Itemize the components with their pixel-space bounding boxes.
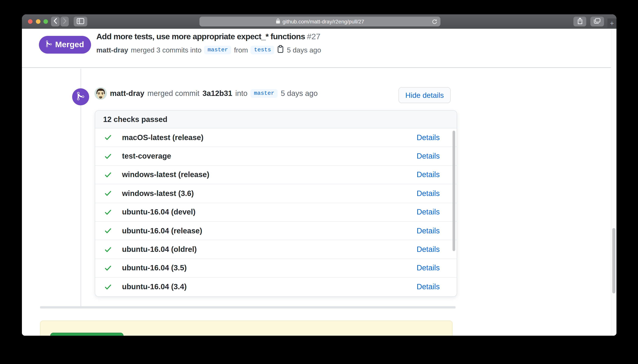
check-row: windows-latest (3.6) Details — [95, 184, 457, 203]
commit-time: 5 days ago — [281, 89, 318, 98]
url-text: github.com/matt-dray/r2eng/pull/27 — [283, 18, 364, 24]
zoom-window-button[interactable] — [44, 19, 48, 24]
address-bar[interactable]: github.com/matt-dray/r2eng/pull/27 — [199, 16, 440, 26]
check-success-icon — [104, 190, 112, 197]
commit-action-text: merged commit — [147, 89, 199, 98]
chevron-right-icon — [63, 18, 67, 25]
hide-details-button[interactable]: Hide details — [398, 87, 451, 103]
close-window-button[interactable] — [28, 19, 33, 24]
reload-button[interactable] — [431, 18, 437, 24]
commit-branch-label[interactable]: master — [250, 89, 278, 98]
check-details-link[interactable]: Details — [417, 189, 440, 198]
check-success-icon — [104, 283, 112, 291]
desktop-background: github.com/matt-dray/r2eng/pull/27 + — [0, 0, 638, 364]
check-name: ubuntu-16.04 (3.5) — [122, 264, 187, 272]
git-merge-icon — [77, 92, 84, 102]
lock-icon — [276, 18, 280, 25]
sidebar-toggle-button[interactable] — [74, 16, 87, 26]
pr-meta-line: matt-dray merged 3 commits into master f… — [96, 45, 601, 55]
merge-commit-event: matt-dray merged commit 3a12b31 into mas… — [95, 87, 318, 100]
check-success-icon — [104, 152, 112, 160]
pr-time: 5 days ago — [287, 46, 321, 54]
check-success-icon — [104, 208, 112, 216]
head-branch-label[interactable]: tests — [251, 46, 274, 54]
check-row: test-coverage Details — [95, 147, 457, 166]
check-details-link[interactable]: Details — [417, 264, 440, 272]
chevron-left-icon — [53, 18, 58, 25]
timeline-separator-bar — [40, 306, 455, 308]
pr-state-badge: Merged — [39, 36, 91, 54]
check-row: ubuntu-16.04 (3.5) Details — [95, 259, 457, 278]
check-name: ubuntu-16.04 (3.4) — [122, 283, 187, 291]
minimize-window-button[interactable] — [36, 19, 40, 24]
check-success-icon — [104, 246, 112, 253]
tabs-icon — [594, 18, 600, 25]
checks-list: macOS-latest (release) Details test-cove… — [95, 128, 457, 296]
sidebar-icon — [77, 18, 84, 25]
base-branch-label[interactable]: master — [204, 46, 231, 54]
check-success-icon — [104, 227, 112, 234]
check-row: ubuntu-16.04 (3.4) Details — [95, 278, 457, 296]
forward-button[interactable] — [61, 16, 69, 26]
check-success-icon — [104, 171, 112, 178]
share-button[interactable] — [573, 16, 586, 26]
pr-title-text: Add more tests, use more appropriate exp… — [96, 32, 305, 41]
check-name: test-coverage — [122, 152, 171, 160]
pr-from-text: from — [234, 46, 248, 54]
check-details-link[interactable]: Details — [417, 283, 440, 291]
commit-sha-link[interactable]: 3a12b31 — [203, 89, 232, 98]
pr-merged-text: merged 3 commits into — [131, 46, 202, 54]
merge-status-box — [40, 320, 452, 336]
check-name: ubuntu-16.04 (release) — [122, 226, 202, 235]
check-details-link[interactable]: Details — [417, 226, 440, 235]
checks-scrollbar-thumb[interactable] — [452, 131, 455, 251]
check-details-link[interactable]: Details — [417, 245, 440, 254]
check-details-link[interactable]: Details — [417, 208, 440, 216]
check-details-link[interactable]: Details — [417, 170, 440, 179]
page-scrollbar[interactable] — [611, 29, 616, 336]
check-name: ubuntu-16.04 (oldrel) — [122, 245, 197, 254]
copy-branch-icon[interactable] — [277, 45, 284, 55]
git-merge-icon — [46, 40, 52, 50]
github-pr-page: Merged Add more tests, use more appropri… — [22, 29, 616, 336]
check-row: ubuntu-16.04 (devel) Details — [95, 203, 457, 222]
pr-sticky-header: Merged Add more tests, use more appropri… — [22, 29, 616, 68]
merge-box-green-button[interactable] — [50, 333, 124, 336]
pr-number: #27 — [307, 32, 321, 41]
check-name: windows-latest (release) — [122, 170, 209, 179]
commit-author-link[interactable]: matt-dray — [110, 89, 144, 98]
browser-toolbar: github.com/matt-dray/r2eng/pull/27 + — [22, 14, 616, 29]
new-tab-button[interactable]: + — [607, 18, 616, 29]
pr-state-label: Merged — [55, 40, 84, 50]
pr-author-link[interactable]: matt-dray — [96, 46, 128, 54]
merge-event-badge — [72, 88, 89, 105]
checks-summary: 12 checks passed — [95, 111, 457, 128]
check-row: ubuntu-16.04 (release) Details — [95, 222, 457, 240]
check-row: macOS-latest (release) Details — [95, 128, 457, 147]
check-name: macOS-latest (release) — [122, 133, 203, 142]
check-details-link[interactable]: Details — [417, 152, 440, 160]
check-row: windows-latest (release) Details — [95, 166, 457, 184]
check-name: windows-latest (3.6) — [122, 189, 194, 198]
avatar[interactable] — [95, 87, 107, 100]
check-success-icon — [104, 134, 112, 141]
pr-title-block: Add more tests, use more appropriate exp… — [96, 32, 601, 55]
check-success-icon — [104, 264, 112, 272]
check-row: ubuntu-16.04 (oldrel) Details — [95, 240, 457, 259]
window-controls — [28, 19, 48, 24]
safari-window: github.com/matt-dray/r2eng/pull/27 + — [22, 14, 616, 336]
pr-title: Add more tests, use more appropriate exp… — [96, 32, 601, 42]
checks-card: 12 checks passed macOS-latest (release) … — [95, 110, 457, 297]
page-scrollbar-thumb[interactable] — [612, 228, 615, 294]
plus-icon: + — [610, 20, 614, 28]
check-details-link[interactable]: Details — [417, 133, 440, 142]
share-icon — [577, 17, 583, 26]
back-button[interactable] — [51, 16, 60, 26]
check-name: ubuntu-16.04 (devel) — [122, 208, 196, 216]
tab-overview-button[interactable] — [590, 16, 604, 26]
commit-into-text: into — [235, 89, 248, 98]
